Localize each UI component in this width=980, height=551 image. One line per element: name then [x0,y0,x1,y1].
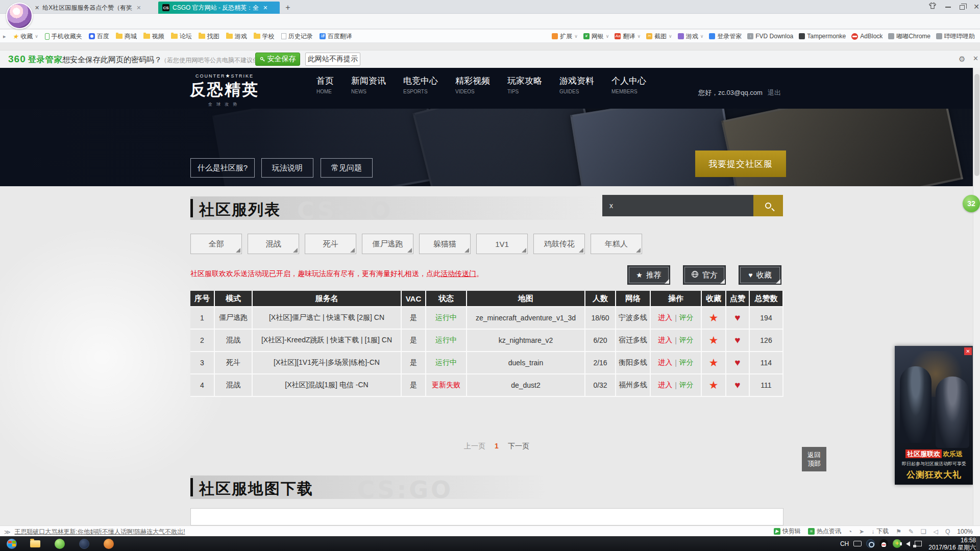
network-icon[interactable] [915,541,922,546]
nav-tips[interactable]: 玩家攻略TIPS [507,75,542,94]
toolbar-extensions[interactable]: 扩展∨ [552,32,578,41]
filter-all[interactable]: 全部 [190,234,242,254]
official-button[interactable]: 官方 [683,265,726,285]
window-minimize-button[interactable] [942,2,953,11]
like-heart-icon[interactable]: ♥ [734,380,740,391]
enter-link[interactable]: 进入 [658,381,672,390]
rocket-icon[interactable]: ➤ [859,528,864,535]
toolbar-dudu-chrome[interactable]: 嘟嘟Chrome [888,32,930,41]
bookmark-baidu-translate[interactable]: 译百度翻译 [320,32,352,41]
csgo-logo[interactable]: COUNTER★STRIKE 反恐精英 全球攻势 [186,73,263,107]
filter-zombie-escape[interactable]: 僵尸逃跑 [362,234,413,254]
toolbar-screenshot[interactable]: ✂截图∨ [646,32,672,41]
favorite-button[interactable]: ♥收藏 [739,265,781,285]
filter-rice-cake[interactable]: 年糕人 [591,234,642,254]
bookmark-folder-game[interactable]: 游戏 [226,32,247,41]
download-manager[interactable]: ↓下载 [871,527,889,536]
news-ticker-link[interactable]: 王思聪破口大骂林更新:你他妈听不懂人话啊!陈赫连大气不敢出! [15,528,185,536]
search-button[interactable] [753,195,783,216]
filter-hide-and-seek[interactable]: 躲猫猫 [419,234,471,254]
toolbar-login-manager[interactable]: 登录管家 [709,32,742,41]
server-search-input[interactable] [602,195,753,216]
tab-csgo-official[interactable]: CS CSGO 官方网站 - 反恐精英：全 ✕ [158,2,280,14]
toolbar-adblock[interactable]: AdBlock [851,33,883,40]
user-avatar[interactable] [6,3,33,29]
toolbar-bank[interactable]: ¥网银∨ [583,32,609,41]
tab-close-icon[interactable]: ✕ [136,5,141,11]
bookmark-folder-findpic[interactable]: 找图 [199,32,219,41]
nav-esports[interactable]: 电竞中心ESPORTS [403,75,438,94]
gameplay-guide-button[interactable]: 玩法说明 [261,158,313,178]
flag-icon[interactable]: ⚑ [896,528,901,535]
page-zoom-level[interactable]: 100% [957,528,973,535]
like-heart-icon[interactable]: ♥ [734,312,740,323]
bookmark-folder-video[interactable]: 视频 [143,32,164,41]
tab-community-vote[interactable]: ✕ 给X社区国服服务器点个赞（有奖 ✕ [31,2,156,14]
taskbar-360-browser[interactable] [51,538,68,549]
current-page[interactable]: 1 [495,442,499,451]
gauge-icon[interactable]: ◔ [848,528,852,535]
bookmark-baidu[interactable]: 百度 [89,32,109,41]
dismiss-site-button[interactable]: 此网站不再提示 [305,53,360,66]
enter-link[interactable]: 进入 [658,313,672,322]
enter-link[interactable]: 进入 [658,336,672,345]
filter-deathmatch[interactable]: 死斗 [305,234,356,254]
steam-tray-icon[interactable] [866,539,875,548]
toolbar-translate[interactable]: Aa翻译∨ [615,32,641,41]
next-page-button[interactable]: 下一页 [508,442,529,451]
taskbar-app-dark[interactable] [76,538,93,549]
taskbar-app-orange[interactable] [100,538,117,549]
rate-link[interactable]: 评分 [679,381,694,390]
nav-news[interactable]: 新闻资讯NEWS [351,75,386,94]
filter-1v1[interactable]: 1V1 [476,234,528,254]
toolbar-fvd-downloader[interactable]: ↓FVD Downloa [747,33,793,40]
window-close-button[interactable]: ✕ [971,2,980,11]
bookmark-history[interactable]: 历史记录 [281,32,313,41]
ad-close-icon[interactable]: ✕ [964,347,972,355]
submit-community-server-button[interactable]: 我要提交社区服 [695,151,786,177]
keyboard-icon[interactable] [853,541,862,546]
rate-link[interactable]: 评分 [679,313,694,322]
quick-clip-tool[interactable]: ▶快剪辑 [774,527,801,536]
logout-link[interactable]: 退出 [768,89,781,96]
window-icon[interactable]: ❏ [921,528,926,535]
gear-icon[interactable]: ⚙ [959,55,965,64]
window-maximize-button[interactable] [957,2,968,11]
show-desktop-button[interactable] [976,536,980,551]
event-portal-link[interactable]: 活动传送门 [440,269,476,278]
nav-guides[interactable]: 游戏资料GUIDES [559,75,594,94]
save-password-button[interactable]: 安全保存 [255,53,300,66]
pen-icon[interactable]: ✎ [909,528,914,535]
speed-score-badge[interactable]: 32 [963,195,980,212]
enter-link[interactable]: 进入 [658,358,672,367]
prev-page-button[interactable]: 上一页 [464,442,485,451]
rate-link[interactable]: 评分 [679,336,694,345]
toolbar-tampermonkey[interactable]: Tampermonke [799,33,846,40]
hot-news-tool[interactable]: ≡热点资讯 [808,527,841,536]
start-button[interactable] [2,537,21,550]
favorite-star-icon[interactable]: ★ [709,357,719,369]
bookmark-favorites[interactable]: ★收藏∨ [13,32,38,41]
rate-link[interactable]: 评分 [679,358,694,367]
tab-close-icon[interactable]: ✕ [263,5,267,11]
sound-icon[interactable]: ◁ [934,528,938,535]
bookmark-phone-favorites[interactable]: 手机收藏夹 [45,32,82,41]
favorite-star-icon[interactable]: ★ [709,379,719,391]
promo-ad[interactable]: ✕ 社区服联欢欢乐送 即日起参与社区服活动即可享受 公测狂欢大礼 [895,346,973,485]
taskbar-explorer[interactable] [27,538,44,549]
recommend-button[interactable]: ★推荐 [627,265,670,285]
filter-hot-potato[interactable]: 鸡鼓传花 [533,234,585,254]
nav-members[interactable]: 个人中心MEMBERS [611,75,646,94]
bookmark-folder-school[interactable]: 学校 [254,32,275,41]
like-heart-icon[interactable]: ♥ [734,357,740,368]
back-to-top-button[interactable]: 返回顶部 [802,447,826,471]
scrollbar[interactable] [973,68,980,525]
close-icon[interactable]: ✕ [973,55,978,62]
expand-icon[interactable]: ≫ [4,529,11,536]
favorite-star-icon[interactable]: ★ [709,334,719,346]
qq-tray-icon[interactable] [879,539,888,548]
volume-icon[interactable] [906,541,910,546]
taskbar-clock[interactable]: 16:58 2017/9/16 星期六 [928,537,976,551]
toolbar-bilibili-helper[interactable]: 哔哩哔哩助 [936,32,975,41]
bookmark-folder-mall[interactable]: 商城 [116,32,137,41]
